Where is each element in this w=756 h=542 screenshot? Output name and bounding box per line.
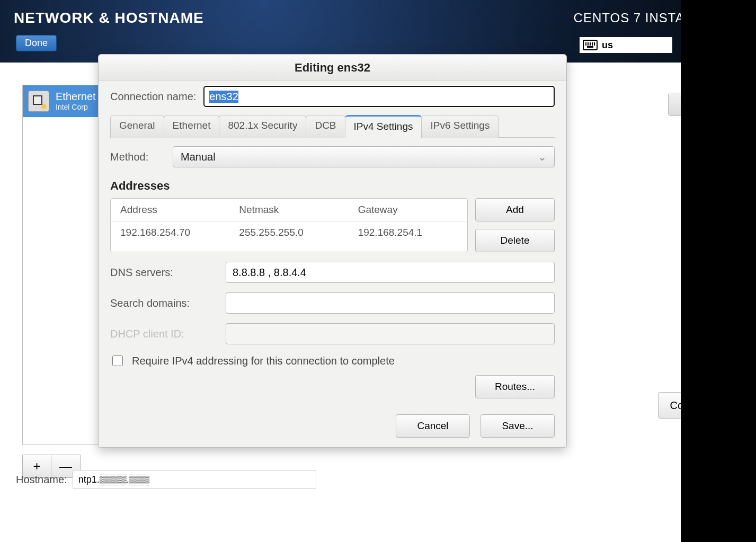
col-netmask: Netmask (229, 199, 348, 221)
done-button[interactable]: Done (16, 35, 57, 51)
require-ipv4-row: Require IPv4 addressing for this connect… (110, 354, 555, 368)
routes-button[interactable]: Routes... (475, 375, 555, 398)
keyboard-layout-indicator[interactable]: us (580, 37, 672, 53)
cell-address: 192.168.254.70 (111, 221, 229, 244)
addresses-table[interactable]: Address Netmask Gateway 192.168.254.70 2… (110, 198, 468, 252)
dhcp-client-id-label: DHCP client ID: (110, 328, 216, 340)
connection-name-label: Connection name: (110, 91, 196, 103)
addresses-data-row[interactable]: 192.168.254.70 255.255.255.0 192.168.254… (111, 221, 467, 244)
dns-input[interactable] (226, 262, 555, 283)
dialog-title: Editing ens32 (99, 55, 566, 81)
dialog-tabs: General Ethernet 802.1x Security DCB IPv… (110, 114, 555, 138)
cell-gateway: 192.168.254.1 (349, 221, 467, 244)
hostname-label: Hostname: (16, 474, 67, 486)
ethernet-icon (28, 91, 49, 112)
dhcp-client-id-input (226, 323, 555, 344)
hostname-input[interactable] (73, 470, 316, 489)
interface-text: Ethernet Intel Corp (56, 91, 96, 112)
method-label: Method: (110, 151, 163, 163)
cell-netmask: 255.255.255.0 (229, 221, 348, 244)
tab-8021x[interactable]: 802.1x Security (219, 115, 306, 138)
search-domains-input[interactable] (226, 292, 555, 314)
right-strip (681, 0, 756, 542)
tab-ethernet[interactable]: Ethernet (164, 115, 220, 138)
page-title: NETWORK & HOSTNAME (14, 10, 204, 26)
keyboard-layout-label: us (602, 40, 613, 51)
chevron-down-icon: ⌄ (538, 150, 547, 163)
require-ipv4-checkbox[interactable] (112, 356, 123, 366)
connection-name-input[interactable] (203, 86, 555, 107)
col-address: Address (111, 199, 229, 221)
hostname-row: Hostname: (16, 470, 316, 489)
dhcp-client-id-row: DHCP client ID: (110, 323, 555, 344)
save-button[interactable]: Save... (481, 414, 555, 438)
col-gateway: Gateway (349, 199, 467, 221)
interface-name: Ethernet (56, 91, 96, 103)
installer-header: NETWORK & HOSTNAME CENTOS 7 INSTALLATION… (0, 0, 756, 63)
tab-ipv4[interactable]: IPv4 Settings (345, 115, 422, 138)
dns-row: DNS servers: (110, 262, 555, 283)
delete-address-button[interactable]: Delete (475, 229, 555, 252)
dns-label: DNS servers: (110, 266, 216, 279)
tab-dcb[interactable]: DCB (306, 115, 345, 138)
connection-name-row: Connection name: (110, 86, 555, 107)
search-domains-label: Search domains: (110, 297, 216, 309)
cancel-button[interactable]: Cancel (396, 414, 470, 438)
search-domains-row: Search domains: (110, 292, 555, 314)
dialog-actions: Cancel Save... (99, 407, 566, 447)
addresses-header-row: Address Netmask Gateway (111, 199, 467, 221)
addresses-block: Address Netmask Gateway 192.168.254.70 2… (110, 198, 555, 252)
method-row: Method: Manual ⌄ (110, 146, 555, 167)
keyboard-icon (583, 40, 598, 50)
require-ipv4-label: Require IPv4 addressing for this connect… (132, 355, 395, 367)
addresses-heading: Addresses (110, 179, 555, 193)
tab-ipv6[interactable]: IPv6 Settings (421, 115, 499, 138)
tab-general[interactable]: General (110, 115, 164, 138)
edit-connection-dialog: Editing ens32 Connection name: General E… (98, 54, 567, 448)
addresses-buttons: Add Delete (475, 198, 555, 252)
method-select[interactable]: Manual ⌄ (173, 146, 555, 167)
interface-vendor: Intel Corp (56, 103, 96, 111)
add-address-button[interactable]: Add (475, 198, 555, 221)
method-value: Manual (181, 151, 216, 163)
